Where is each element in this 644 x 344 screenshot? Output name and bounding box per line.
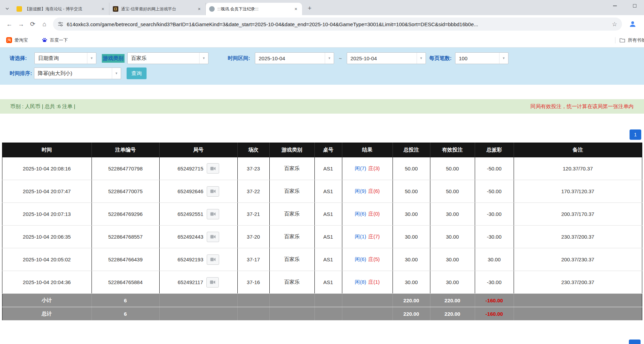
summary-bar: 币别 : 人民币 | 总共 :6 注单 | 同局有效投注，统一计算在该局第一张注…	[0, 99, 644, 114]
address-bar[interactable]: 614oxkc3.com/game/betrecord_search/kind3…	[53, 18, 622, 31]
back-button[interactable]: ←	[3, 18, 15, 30]
cell-bet-id: 522864770075	[92, 180, 159, 203]
result-banker: 庄(6)	[368, 188, 380, 194]
cell-payout: 30.00	[475, 248, 514, 271]
table-header-row: 时间 注单编号 局号 场次 游戏类别 桌号 结果 总投注 有效投注 总派彩 备注	[2, 143, 642, 157]
cell-time: 2025-10-04 20:06:35	[2, 226, 92, 248]
video-replay-button[interactable]	[207, 163, 219, 174]
cell-valid-bet: 30.00	[430, 248, 475, 271]
browser-tab-bet-records-active[interactable]: :::视讯 会员下注纪录::: ×	[206, 3, 302, 15]
bookmark-star-icon[interactable]: ☆	[612, 21, 617, 28]
cell-session: 37-23	[237, 157, 269, 180]
taobao-icon: 淘	[6, 37, 12, 43]
video-replay-button[interactable]	[207, 232, 219, 242]
cell-session: 37-21	[237, 203, 269, 226]
maximize-button[interactable]	[632, 3, 637, 8]
date-start-value: 2025-10-04	[255, 55, 325, 61]
video-replay-button[interactable]	[207, 209, 219, 219]
round-number: 652492551	[178, 211, 203, 217]
video-replay-button[interactable]	[206, 277, 219, 288]
bookmark-baidu[interactable]: 百度一下	[40, 36, 70, 45]
cell-result: 闲(6)庄(5)	[342, 248, 393, 271]
total-total-bet: 220.00	[393, 307, 430, 321]
cell-total-bet[interactable]: 50.00	[393, 157, 430, 180]
game-category-select[interactable]: 百家乐 ▼	[127, 52, 208, 64]
result-player: 闲(6)	[355, 211, 366, 217]
browser-tab-forum[interactable]: 【新提醒】海燕论坛 - 博学交流 ×	[13, 3, 109, 15]
video-replay-button[interactable]	[207, 254, 219, 265]
cell-time: 2025-10-04 20:05:02	[2, 248, 92, 271]
cell-table: AS1	[314, 271, 342, 294]
cell-total-bet[interactable]: 30.00	[393, 248, 430, 271]
chevron-down-icon: ▼	[417, 53, 426, 64]
cell-game-type: 百家乐	[269, 157, 314, 180]
subtotal-count: 6	[92, 294, 159, 307]
pagination-top: 1	[2, 129, 642, 140]
col-bet-id: 注单编号	[92, 143, 159, 157]
all-bookmarks-label: 所有书签	[628, 37, 644, 43]
tab-search-chevron-icon[interactable]	[3, 4, 12, 13]
browser-tab-tongbao[interactable]: 通宝-信誉最好的网上游戏平台 ×	[109, 3, 206, 15]
cell-payout: -50.00	[475, 157, 514, 180]
bookmark-label: 百度一下	[50, 37, 68, 43]
date-end-select[interactable]: 2025-10-04 ▼	[347, 52, 426, 64]
subtotal-row: 小计 6 220.00 220.00 -160.00	[2, 294, 642, 307]
date-start-select[interactable]: 2025-10-04 ▼	[255, 52, 334, 64]
query-type-select[interactable]: 日期查询 ▼	[34, 52, 96, 64]
game-category-value: 百家乐	[128, 55, 199, 62]
cell-total-bet[interactable]: 30.00	[393, 203, 430, 226]
cell-session: 37-17	[237, 248, 269, 271]
cell-note: 120.37/70.37	[514, 157, 642, 180]
tab-close-icon[interactable]: ×	[196, 6, 202, 12]
cell-table: AS1	[314, 157, 342, 180]
url-text[interactable]: 614oxkc3.com/game/betrecord_search/kind3…	[67, 21, 609, 27]
cell-total-bet[interactable]: 50.00	[393, 180, 430, 203]
total-count: 6	[92, 307, 159, 321]
col-payout: 总派彩	[475, 143, 514, 157]
tab-strip: 【新提醒】海燕论坛 - 博学交流 × 通宝-信誉最好的网上游戏平台 × :::视…	[0, 0, 644, 15]
home-button[interactable]: ⌂	[39, 18, 50, 30]
chevron-down-icon: ▼	[87, 53, 96, 64]
page-size-select[interactable]: 100 ▼	[455, 52, 508, 64]
tab-favicon-icon	[209, 6, 215, 12]
sort-label: 时间排序:	[10, 70, 32, 77]
pagination-page-button[interactable]: 1	[630, 129, 641, 140]
sort-select[interactable]: 降幂(由大到小) ▼	[34, 67, 121, 79]
bookmark-aitaobao[interactable]: 淘 爱淘宝	[4, 36, 30, 45]
result-player: 闲(7)	[355, 165, 366, 171]
cell-game-type: 百家乐	[269, 271, 314, 294]
tab-title: 通宝-信誉最好的网上游戏平台	[121, 6, 194, 12]
result-banker: 庄(3)	[368, 165, 380, 171]
browser-toolbar: ← → ⟳ ⌂ 614oxkc3.com/game/betrecord_sear…	[0, 15, 644, 33]
tab-close-icon[interactable]: ×	[293, 6, 299, 12]
chevron-down-icon: ▼	[112, 68, 121, 79]
pagination-page-button-bottom[interactable]	[629, 340, 641, 344]
round-number: 652492193	[178, 257, 203, 262]
reload-button[interactable]: ⟳	[27, 18, 39, 30]
cell-table: AS1	[314, 248, 342, 271]
total-valid-bet: 220.00	[430, 307, 475, 321]
bet-record-row: 2025-10-04 20:05:02 522864766439 6524921…	[2, 248, 642, 271]
chevron-down-icon: ▼	[199, 53, 208, 64]
tab-close-icon[interactable]: ×	[100, 6, 106, 12]
col-game-type: 游戏类别	[269, 143, 314, 157]
profile-avatar-icon[interactable]	[627, 19, 638, 29]
result-banker: 庄(7)	[368, 233, 380, 239]
cell-total-bet[interactable]: 30.00	[393, 226, 430, 248]
cell-round: 652492193	[159, 248, 237, 271]
all-bookmarks[interactable]: 所有书签	[615, 37, 644, 43]
cell-payout: -30.00	[475, 203, 514, 226]
col-note: 备注	[514, 143, 642, 157]
forward-button[interactable]: →	[15, 18, 27, 30]
cell-note: 230.37/200.37	[514, 271, 642, 294]
minimize-button[interactable]	[612, 3, 617, 8]
video-replay-button[interactable]	[207, 186, 219, 197]
new-tab-button[interactable]: +	[305, 3, 314, 13]
total-label: 总计	[2, 307, 92, 321]
cell-result: 闲(1)庄(7)	[342, 226, 393, 248]
cell-bet-id: 522864768557	[92, 226, 159, 248]
query-type-label: 请选择:	[10, 55, 27, 62]
search-button[interactable]: 查询	[127, 67, 147, 79]
site-settings-icon[interactable]	[58, 21, 63, 27]
cell-total-bet[interactable]: 30.00	[393, 271, 430, 294]
